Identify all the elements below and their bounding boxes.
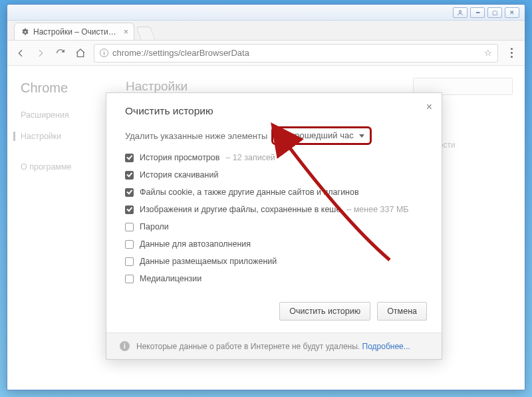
clear-data-button[interactable]: Очистить историю — [279, 302, 370, 321]
new-tab-button[interactable] — [136, 27, 155, 40]
window-titlebar: ━ ▢ ✕ — [7, 5, 525, 21]
checkbox-label: Пароли — [140, 222, 169, 231]
learn-more-link[interactable]: Подробнее... — [362, 342, 410, 351]
checkbox-row: История скачиваний — [125, 170, 426, 180]
gear-icon — [20, 27, 29, 37]
checkbox[interactable] — [125, 257, 134, 266]
checkbox-extra: – 12 записей — [225, 153, 275, 162]
checkbox-label: Данные для автозаполнения — [140, 239, 251, 249]
svg-point-0 — [459, 10, 461, 12]
checkbox-row: Пароли — [125, 222, 426, 231]
checkbox-label: История просмотров — [140, 153, 219, 162]
tab-strip: Настройки – Очистить и × — [7, 21, 525, 41]
checkbox-label: История скачиваний — [140, 170, 218, 180]
checkbox[interactable] — [125, 275, 134, 283]
chrome-window: ━ ▢ ✕ Настройки – Очистить и × i chrome:… — [7, 4, 525, 390]
sidebar-item-about[interactable]: О программе — [21, 162, 71, 172]
dialog-close-button[interactable]: × — [426, 101, 432, 113]
sidebar-item-extensions[interactable]: Расширения — [21, 110, 71, 120]
checkbox[interactable] — [125, 240, 134, 249]
info-icon: i — [120, 341, 130, 351]
footer-text: Некоторые данные о работе в Интернете не… — [136, 342, 360, 351]
checkbox-row: Изображения и другие файлы, сохраненные … — [125, 205, 426, 214]
checkbox[interactable] — [125, 188, 134, 197]
window-close-button[interactable]: ✕ — [505, 7, 519, 18]
address-bar[interactable]: i chrome://settings/clearBrowserData ☆ — [94, 44, 498, 63]
checkbox[interactable] — [125, 223, 134, 231]
dialog-prompt-label: Удалить указанные ниже элементы — [125, 131, 267, 141]
sidebar-item-settings[interactable]: Настройки — [13, 132, 71, 141]
back-button[interactable] — [14, 47, 27, 60]
tab-close-icon[interactable]: × — [124, 27, 128, 37]
checkbox[interactable] — [125, 205, 134, 214]
checkbox-row: Данные для автозаполнения — [125, 239, 426, 249]
checkbox-label: Медиалицензии — [140, 274, 201, 283]
cancel-button[interactable]: Отмена — [377, 302, 427, 321]
bookmark-star-icon[interactable]: ☆ — [484, 48, 492, 58]
window-maximize-button[interactable]: ▢ — [487, 7, 502, 18]
chrome-brand-label: Chrome — [21, 80, 71, 96]
reload-button[interactable] — [54, 47, 67, 60]
url-text: chrome://settings/clearBrowserData — [112, 48, 249, 58]
settings-sidebar: Chrome Расширения Настройки О программе — [21, 80, 71, 172]
site-info-icon[interactable]: i — [100, 49, 108, 57]
checkbox-extra: – менее 337 МБ — [346, 205, 408, 214]
tab-title: Настройки – Очистить и — [33, 27, 120, 37]
time-range-select[interactable]: за прошедший час — [271, 126, 371, 145]
checkbox-row: Данные размещаемых приложений — [125, 257, 426, 266]
forward-button[interactable] — [34, 47, 47, 60]
checkbox-list: История просмотров – 12 записейИстория с… — [125, 153, 426, 283]
dialog-footer: i Некоторые данные о работе в Интернете … — [106, 332, 442, 359]
checkbox[interactable] — [125, 154, 134, 162]
window-minimize-button[interactable]: ━ — [470, 7, 485, 18]
checkbox-row: Файлы cookie, а также другие данные сайт… — [125, 188, 426, 197]
toolbar: i chrome://settings/clearBrowserData ☆ — [7, 41, 525, 66]
checkbox[interactable] — [125, 171, 134, 180]
page-title: Настройки — [126, 79, 188, 94]
checkbox-label: Данные размещаемых приложений — [140, 257, 277, 266]
dialog-title: Очистить историю — [125, 105, 426, 117]
checkbox-row: История просмотров – 12 записей — [125, 153, 426, 162]
browser-tab[interactable]: Настройки – Очистить и × — [14, 23, 134, 40]
checkbox-label: Изображения и другие файлы, сохраненные … — [140, 205, 340, 214]
checkbox-label: Файлы cookie, а также другие данные сайт… — [140, 188, 359, 197]
clear-browsing-data-dialog: Очистить историю × Удалить указанные ниж… — [106, 92, 442, 360]
page-content: Chrome Расширения Настройки О программе … — [7, 66, 525, 390]
home-button[interactable] — [74, 47, 87, 60]
window-user-icon[interactable] — [453, 7, 467, 18]
chrome-menu-button[interactable] — [505, 47, 518, 60]
checkbox-row: Медиалицензии — [125, 274, 426, 283]
